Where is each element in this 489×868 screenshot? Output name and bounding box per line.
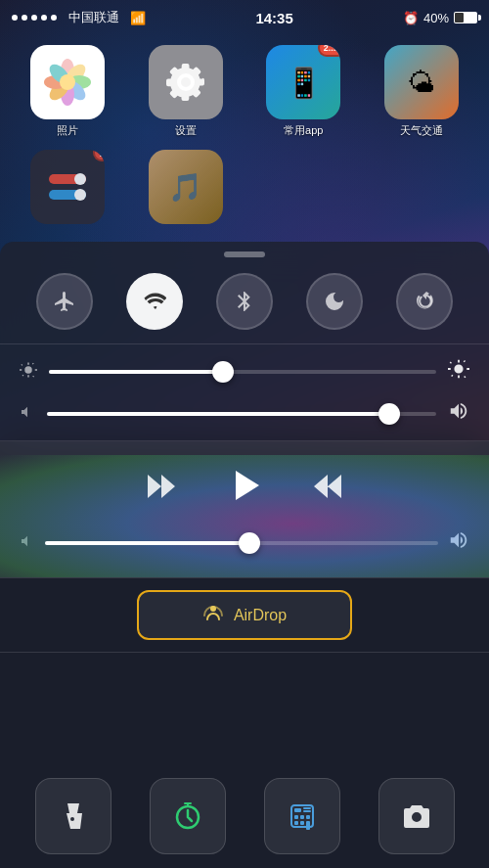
- media-controls: [20, 455, 469, 525]
- divider-4: [0, 652, 489, 653]
- quick-timer-button[interactable]: [150, 778, 226, 854]
- media-volume-track[interactable]: [45, 541, 438, 545]
- quick-flashlight-button[interactable]: [35, 778, 111, 854]
- brightness-thumb[interactable]: [212, 361, 234, 383]
- app-badge-common: 2...2: [318, 45, 341, 57]
- app-icon-weather[interactable]: 🌤: [384, 45, 459, 119]
- brightness-max-icon: [448, 358, 469, 385]
- wifi-icon: 📶: [130, 11, 146, 25]
- signal-dot-1: [12, 15, 18, 21]
- alarm-icon: ⏰: [403, 11, 419, 25]
- airdrop-row: AirDrop: [0, 578, 489, 652]
- pull-handle: [0, 242, 489, 263]
- brightness-slider-track[interactable]: [49, 370, 436, 374]
- app-badge-row2-1: 1: [93, 150, 105, 161]
- signal-dot-2: [22, 15, 27, 21]
- status-left: 中国联通 📶: [12, 9, 146, 26]
- app-icon-photos[interactable]: [30, 45, 105, 119]
- signal-dot-5: [51, 15, 57, 21]
- svg-rect-19: [300, 815, 304, 819]
- svg-point-10: [74, 173, 86, 185]
- carrier-name: 中国联通: [68, 9, 119, 26]
- media-section: [0, 441, 489, 577]
- signal-dot-3: [31, 15, 37, 21]
- toggle-rotation[interactable]: [396, 273, 453, 330]
- app-row2-2-wrapper[interactable]: 🎵: [133, 150, 240, 224]
- toggle-bluetooth[interactable]: [216, 273, 273, 330]
- volume-max-icon: [448, 400, 469, 427]
- media-rewind-button[interactable]: [142, 469, 177, 511]
- media-play-button[interactable]: [224, 465, 265, 514]
- battery-icon: [454, 12, 477, 23]
- app-grid: 照片 设置 📱 2...2 常用app 🌤 天气交通: [0, 35, 489, 234]
- status-right: ⏰ 40%: [403, 11, 477, 25]
- brightness-min-icon: [20, 361, 37, 383]
- status-time: 14:35: [255, 10, 292, 26]
- airdrop-button[interactable]: AirDrop: [137, 590, 352, 640]
- toggle-airplane[interactable]: [36, 273, 93, 330]
- volume-min-icon: [20, 404, 35, 423]
- app-icon-row2-1[interactable]: 1: [30, 150, 105, 224]
- brightness-row: [0, 344, 489, 392]
- battery-percent: 40%: [423, 11, 449, 25]
- quick-actions: [0, 768, 489, 868]
- volume-slider-track[interactable]: [47, 412, 436, 416]
- app-icon-row2-2[interactable]: 🎵: [149, 150, 223, 224]
- media-forward-button[interactable]: [312, 469, 347, 511]
- app-icon-common[interactable]: 📱 2...2: [266, 45, 340, 119]
- toggle-wifi[interactable]: [126, 273, 183, 330]
- app-photos-wrapper[interactable]: 照片: [15, 45, 121, 138]
- app-label-weather: 天气交通: [400, 123, 443, 138]
- toggle-row: [0, 263, 489, 343]
- status-bar: 中国联通 📶 14:35 ⏰ 40%: [0, 0, 489, 35]
- control-center: AirDrop: [0, 242, 489, 868]
- app-label-common: 常用app: [284, 123, 323, 138]
- svg-rect-17: [294, 808, 301, 812]
- quick-calculator-button[interactable]: [264, 778, 340, 854]
- app-settings-wrapper[interactable]: 设置: [133, 45, 240, 138]
- airdrop-icon: [202, 602, 224, 628]
- volume-thumb[interactable]: [378, 403, 400, 425]
- app-label-settings: 设置: [175, 123, 197, 138]
- signal-dot-4: [41, 15, 47, 21]
- quick-camera-button[interactable]: [378, 778, 455, 854]
- app-weather-wrapper[interactable]: 🌤 天气交通: [369, 45, 475, 138]
- app-common-wrapper[interactable]: 📱 2...2 常用app: [250, 45, 357, 138]
- svg-point-12: [74, 189, 86, 201]
- svg-rect-23: [306, 821, 310, 830]
- media-volume-thumb[interactable]: [239, 532, 260, 554]
- svg-rect-18: [294, 815, 298, 819]
- airdrop-label: AirDrop: [234, 607, 287, 624]
- svg-point-8: [60, 74, 75, 90]
- svg-marker-13: [236, 471, 259, 500]
- svg-rect-20: [306, 815, 310, 819]
- handle-bar: [224, 251, 265, 257]
- svg-rect-22: [300, 821, 304, 825]
- toggle-dnd[interactable]: [306, 273, 363, 330]
- volume-row: [0, 392, 489, 440]
- app-row2-1-wrapper[interactable]: 1: [15, 150, 121, 224]
- app-label-photos: 照片: [57, 123, 78, 138]
- svg-rect-21: [294, 821, 298, 825]
- app-icon-settings[interactable]: [149, 45, 223, 119]
